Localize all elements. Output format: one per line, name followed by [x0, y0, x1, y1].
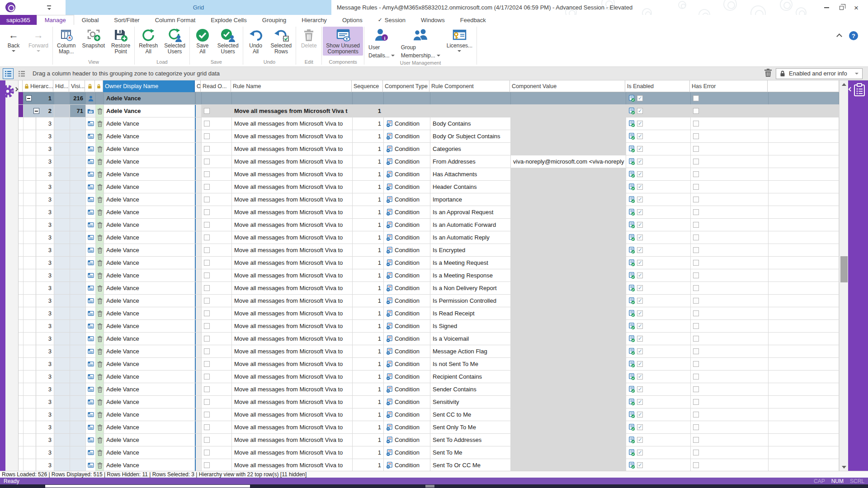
- rule-component-row[interactable]: 3 Adele Vance Move all messages from Mic…: [19, 345, 839, 358]
- refresh-selected-users-button[interactable]: Selected Users: [161, 27, 189, 56]
- component-type-cell[interactable]: Condition: [384, 383, 430, 395]
- component-type-cell[interactable]: Condition: [384, 307, 430, 319]
- delete-button[interactable]: Delete: [297, 27, 321, 50]
- sequence-cell[interactable]: 1: [353, 219, 384, 231]
- rule-component-cell[interactable]: Header Contains: [430, 181, 511, 193]
- owner-cell[interactable]: Adele Vance: [104, 434, 196, 446]
- sequence-cell[interactable]: 1: [353, 117, 384, 130]
- owner-cell[interactable]: Adele Vance: [104, 231, 196, 244]
- visible-cell[interactable]: [70, 333, 86, 345]
- grid-context-tab[interactable]: Grid: [66, 0, 331, 15]
- component-value-cell[interactable]: [511, 421, 626, 433]
- rule-component-cell[interactable]: Message Action Flag: [430, 345, 511, 357]
- read-only-checkbox[interactable]: [204, 235, 210, 240]
- is-enabled-checkbox[interactable]: [637, 424, 643, 430]
- hierarchy-cell[interactable]: 3: [24, 168, 54, 180]
- sequence-cell[interactable]: 1: [353, 231, 384, 244]
- read-only-checkbox[interactable]: [204, 159, 210, 164]
- sequence-cell[interactable]: 1: [353, 459, 384, 471]
- rule-component-cell[interactable]: Is not Sent To Me: [430, 358, 511, 370]
- hidden-cell[interactable]: [54, 193, 70, 206]
- component-value-cell[interactable]: [511, 408, 626, 421]
- hierarchy-cell[interactable]: 3: [24, 231, 54, 244]
- rule-component-cell[interactable]: Sent CC to Me: [430, 408, 511, 421]
- rule-component-row[interactable]: 3 Adele Vance Move all messages from Mic…: [19, 155, 839, 168]
- sequence-cell[interactable]: [353, 92, 384, 104]
- o-cell[interactable]: [196, 130, 202, 142]
- read-only-checkbox[interactable]: [204, 222, 210, 228]
- rule-component-cell[interactable]: Is an Automatic Forward: [430, 219, 511, 231]
- o-cell[interactable]: [196, 295, 202, 307]
- hierarchy-cell[interactable]: 3: [24, 193, 54, 206]
- component-type-cell[interactable]: Condition: [384, 244, 430, 256]
- flat-view-toggle[interactable]: [16, 68, 27, 79]
- rule-name-cell[interactable]: Move all messages from Microsoft Viva to: [232, 295, 353, 307]
- gear-icon[interactable]: [0, 84, 15, 100]
- component-value-cell[interactable]: [511, 117, 626, 130]
- rule-component-cell[interactable]: [430, 92, 511, 104]
- read-only-cell[interactable]: [202, 434, 232, 446]
- read-only-cell[interactable]: [202, 396, 232, 408]
- o-cell[interactable]: [196, 421, 202, 433]
- owner-cell[interactable]: Adele Vance: [104, 408, 196, 421]
- sequence-cell[interactable]: 1: [353, 155, 384, 168]
- visible-cell[interactable]: [70, 459, 86, 471]
- component-value-cell[interactable]: [511, 92, 626, 104]
- is-enabled-cell[interactable]: [626, 257, 691, 269]
- hidden-cell[interactable]: [54, 105, 70, 117]
- sequence-cell[interactable]: 1: [353, 244, 384, 256]
- rule-name-cell[interactable]: Move all messages from Microsoft Viva to: [232, 117, 353, 130]
- hidden-cell[interactable]: [54, 168, 70, 180]
- owner-cell[interactable]: Adele Vance: [104, 155, 196, 168]
- close-button[interactable]: ×: [850, 3, 863, 13]
- read-only-checkbox[interactable]: [204, 285, 210, 291]
- hierarchy-cell[interactable]: 3: [24, 244, 54, 256]
- is-enabled-checkbox[interactable]: [637, 361, 643, 367]
- hidden-cell[interactable]: [54, 408, 70, 421]
- hidden-cell[interactable]: [54, 421, 70, 433]
- component-type-cell[interactable]: Condition: [384, 219, 430, 231]
- row-type-cell[interactable]: [86, 117, 96, 130]
- delete-cell[interactable]: [96, 307, 104, 319]
- o-cell[interactable]: [196, 282, 202, 294]
- collapse-ribbon-icon[interactable]: [835, 32, 844, 39]
- sapio365-logo-icon[interactable]: [5, 2, 15, 12]
- hierarchy-cell[interactable]: 3: [24, 396, 54, 408]
- visible-cell[interactable]: 216: [70, 92, 86, 104]
- delete-cell[interactable]: [96, 257, 104, 269]
- save-selected-users-button[interactable]: Selected Users: [214, 27, 242, 56]
- delete-cell[interactable]: [96, 383, 104, 395]
- is-enabled-cell[interactable]: [626, 383, 691, 395]
- sequence-cell[interactable]: 1: [353, 181, 384, 193]
- component-value-cell[interactable]: [511, 295, 626, 307]
- header-type-icon-col[interactable]: [85, 80, 95, 92]
- read-only-cell[interactable]: [202, 371, 232, 383]
- collapse-expander[interactable]: [33, 108, 39, 114]
- delete-cell[interactable]: [96, 371, 104, 383]
- is-enabled-checkbox[interactable]: [637, 285, 643, 291]
- rule-name-cell[interactable]: Move all messages from Microsoft Viva to: [232, 459, 353, 471]
- rule-component-cell[interactable]: Categories: [430, 143, 511, 155]
- tab-options[interactable]: Options: [335, 15, 370, 25]
- read-only-checkbox[interactable]: [204, 412, 210, 418]
- row-type-cell[interactable]: [86, 282, 96, 294]
- row-type-cell[interactable]: [86, 92, 96, 104]
- component-type-cell[interactable]: Condition: [384, 396, 430, 408]
- read-only-checkbox[interactable]: [204, 374, 210, 380]
- read-only-checkbox[interactable]: [204, 146, 210, 152]
- is-enabled-cell[interactable]: [626, 219, 691, 231]
- owner-cell[interactable]: Adele Vance: [104, 446, 196, 459]
- sequence-cell[interactable]: 1: [353, 358, 384, 370]
- o-cell[interactable]: [196, 244, 202, 256]
- delete-view-trash-icon[interactable]: [764, 68, 772, 79]
- row-type-cell[interactable]: [86, 320, 96, 332]
- component-value-cell[interactable]: [511, 269, 626, 282]
- row-type-cell[interactable]: [86, 345, 96, 357]
- scroll-up-button[interactable]: [840, 80, 849, 88]
- rule-name-cell[interactable]: Move all messages from Microsoft Viva to: [232, 231, 353, 244]
- o-cell[interactable]: [196, 105, 202, 117]
- component-value-cell[interactable]: [511, 130, 626, 142]
- row-type-cell[interactable]: [86, 358, 96, 370]
- read-only-cell[interactable]: [202, 155, 232, 168]
- hierarchy-cell[interactable]: 3: [24, 345, 54, 357]
